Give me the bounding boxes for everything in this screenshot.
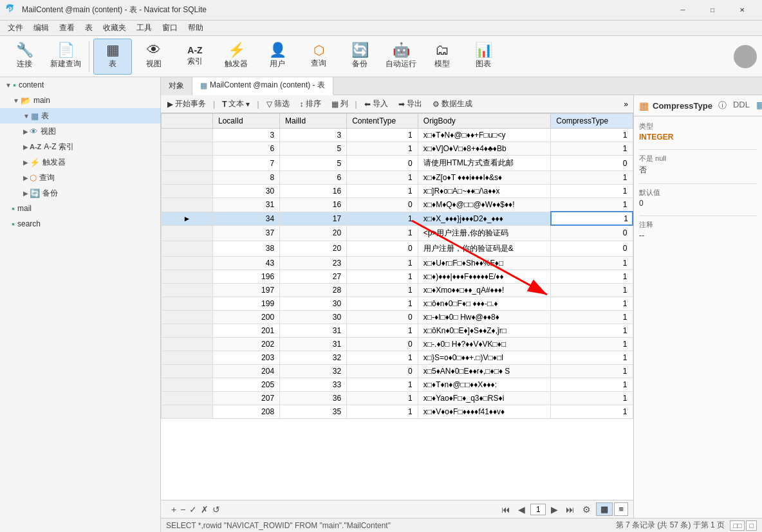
- cell-origbody[interactable]: x□♦Z[o♦T ♦♦♦i♦♦♦I♦&s♦: [418, 171, 551, 185]
- btn-datagen[interactable]: ⚙ 数据生成: [429, 97, 476, 111]
- remove-row-button[interactable]: −: [180, 504, 185, 515]
- sidebar-item-table-folder[interactable]: ▼ ▦ 表: [0, 108, 160, 124]
- toolbar-table[interactable]: ▦ 表: [93, 39, 132, 75]
- row-indicator[interactable]: [162, 185, 213, 198]
- confirm-button[interactable]: ✓: [189, 504, 197, 515]
- btn-filter[interactable]: ▽ 筛选: [263, 97, 293, 111]
- cell-localid[interactable]: 207: [213, 391, 280, 405]
- cell-compresstype[interactable]: 1: [551, 212, 633, 225]
- cell-localid[interactable]: 204: [213, 364, 280, 378]
- data-table-container[interactable]: LocalId MailId ContentType OrigBody Comp…: [161, 113, 633, 500]
- cell-origbody[interactable]: x□♦)♦♦♦|♦♦♦F♦♦♦♦♦E/♦♦: [418, 270, 551, 283]
- table-row[interactable]: 203321x□}S=o♦0□♦♦+.□)V□♦□l1: [162, 351, 633, 364]
- page-settings-button[interactable]: ⚙: [580, 503, 593, 516]
- cell-mailid[interactable]: 17: [280, 212, 347, 225]
- cell-origbody[interactable]: 用户注册，你的验证码是&: [418, 241, 551, 256]
- cell-compresstype[interactable]: 1: [551, 142, 633, 156]
- col-mailid[interactable]: MailId: [280, 114, 347, 129]
- cell-localid[interactable]: 208: [213, 405, 280, 418]
- btn-export[interactable]: ➡ 导出: [395, 97, 426, 111]
- cell-contenttype[interactable]: 1: [347, 283, 418, 297]
- cell-compresstype[interactable]: 0: [551, 156, 633, 171]
- cell-compresstype[interactable]: 1: [551, 256, 633, 270]
- cell-mailid[interactable]: 6: [280, 171, 347, 185]
- cell-origbody[interactable]: x□-♦I□♦0□ Hw♦@♦♦8♦: [418, 310, 551, 324]
- props-info-button[interactable]: ⓘ: [716, 99, 729, 112]
- col-origbody[interactable]: OrigBody: [418, 114, 551, 129]
- row-indicator[interactable]: [162, 337, 213, 351]
- props-grid-button[interactable]: ▦: [754, 99, 762, 112]
- table-row[interactable]: 202310x□-.♦0□ H♦?♦♦V♦VK□♦□1: [162, 337, 633, 351]
- cell-origbody[interactable]: x□♦T♦n♦@□□♦♦X♦♦♦:: [418, 378, 551, 391]
- first-page-button[interactable]: ⏮: [499, 503, 513, 516]
- table-row[interactable]: 201311x□ōKn♦0□E♦]♦S♦♦Z♦,ĵr□1: [162, 324, 633, 337]
- table-row[interactable]: 199301x□ô♦n♦0□F♦□ ♦♦♦-□.♦1: [162, 297, 633, 310]
- cell-origbody[interactable]: x□ōKn♦0□E♦]♦S♦♦Z♦,ĵr□: [418, 324, 551, 337]
- cell-mailid[interactable]: 30: [280, 297, 347, 310]
- last-page-button[interactable]: ⏭: [563, 503, 577, 516]
- cell-compresstype[interactable]: 1: [551, 171, 633, 185]
- cell-mailid[interactable]: 20: [280, 241, 347, 256]
- menu-favorites[interactable]: 收藏夹: [98, 21, 131, 35]
- cell-origbody[interactable]: x□♦M♦Q♦@□□@♦W♦♦$♦♦!: [418, 198, 551, 212]
- menu-edit[interactable]: 编辑: [28, 21, 54, 35]
- status-view-btn-2[interactable]: □: [746, 520, 757, 531]
- btn-text[interactable]: T 文本 ▾: [218, 97, 254, 111]
- col-contenttype[interactable]: ContentType: [347, 114, 418, 129]
- page-number[interactable]: 1: [530, 504, 546, 515]
- cell-contenttype[interactable]: 0: [347, 156, 418, 171]
- cell-origbody[interactable]: x□♦V♦o♦F□♦♦♦♦f41♦♦v♦: [418, 405, 551, 418]
- table-row[interactable]: 43231x□♦U♦r□F□♦Sh♦♦%F♦□1: [162, 256, 633, 270]
- cell-origbody[interactable]: x□5♦AN♦0□E♦♦r♦,□♦□♦ S: [418, 364, 551, 378]
- cell-mailid[interactable]: 31: [280, 337, 347, 351]
- table-row[interactable]: 30161x□]R♦o□A□~♦♦□/\a♦♦x1: [162, 185, 633, 198]
- cell-compresstype[interactable]: 0: [551, 225, 633, 241]
- cell-localid[interactable]: 30: [213, 185, 280, 198]
- table-row[interactable]: ►34171x□♦X_♦♦♦}j♦♦♦D2♦_♦♦♦1: [162, 212, 633, 225]
- cell-compresstype[interactable]: 1: [551, 378, 633, 391]
- cell-localid[interactable]: 37: [213, 225, 280, 241]
- cell-mailid[interactable]: 16: [280, 185, 347, 198]
- table-row[interactable]: 331x□♦T♦N♦@□♦♦+F□u□<y1: [162, 129, 633, 142]
- table-row[interactable]: 750请使用HTML方式查看此邮0: [162, 156, 633, 171]
- cell-origbody[interactable]: x□♦X_♦♦♦}j♦♦♦D2♦_♦♦♦: [418, 212, 551, 225]
- toolbar-connect[interactable]: 🔧 连接: [5, 39, 44, 75]
- row-indicator[interactable]: [162, 310, 213, 324]
- menu-table[interactable]: 表: [80, 21, 98, 35]
- cell-mailid[interactable]: 30: [280, 310, 347, 324]
- cell-mailid[interactable]: 32: [280, 351, 347, 364]
- cell-mailid[interactable]: 20: [280, 225, 347, 241]
- cell-origbody[interactable]: x□♦V]O♦V□♦8+♦4♦♣♦Bb: [418, 142, 551, 156]
- row-indicator[interactable]: [162, 351, 213, 364]
- row-indicator[interactable]: [162, 241, 213, 256]
- cell-compresstype[interactable]: 1: [551, 198, 633, 212]
- cell-contenttype[interactable]: 0: [347, 337, 418, 351]
- sidebar-item-view-folder[interactable]: ▶ 👁 视图: [0, 124, 160, 139]
- cell-mailid[interactable]: 28: [280, 283, 347, 297]
- cell-contenttype[interactable]: 1: [347, 225, 418, 241]
- row-indicator[interactable]: [162, 142, 213, 156]
- cell-mailid[interactable]: 23: [280, 256, 347, 270]
- tab-table[interactable]: ▦ MailContent @main (content) - 表: [192, 77, 333, 95]
- cell-localid[interactable]: 6: [213, 142, 280, 156]
- table-row[interactable]: 31160x□♦M♦Q♦@□□@♦W♦♦$♦♦!1: [162, 198, 633, 212]
- status-view-btn-1[interactable]: □□: [730, 520, 745, 531]
- sidebar-item-backup-folder[interactable]: ▶ 🔄 备份: [0, 185, 160, 201]
- menu-file[interactable]: 文件: [3, 21, 28, 35]
- menu-view[interactable]: 查看: [54, 21, 80, 35]
- col-localid[interactable]: LocalId: [213, 114, 280, 129]
- row-indicator[interactable]: [162, 364, 213, 378]
- row-indicator[interactable]: [162, 324, 213, 337]
- next-page-button[interactable]: ▶: [548, 503, 561, 516]
- cell-compresstype[interactable]: 1: [551, 129, 633, 142]
- cell-mailid[interactable]: 31: [280, 324, 347, 337]
- cell-localid[interactable]: 201: [213, 324, 280, 337]
- cell-localid[interactable]: 3: [213, 129, 280, 142]
- cell-contenttype[interactable]: 1: [347, 256, 418, 270]
- maximize-button[interactable]: □: [698, 0, 727, 21]
- table-row[interactable]: 208351x□♦V♦o♦F□♦♦♦♦f41♦♦v♦1: [162, 405, 633, 418]
- menu-tools[interactable]: 工具: [131, 21, 157, 35]
- cell-localid[interactable]: 203: [213, 351, 280, 364]
- cell-compresstype[interactable]: 1: [551, 270, 633, 283]
- sidebar-item-mail[interactable]: ▶ ▪ mail: [0, 201, 160, 216]
